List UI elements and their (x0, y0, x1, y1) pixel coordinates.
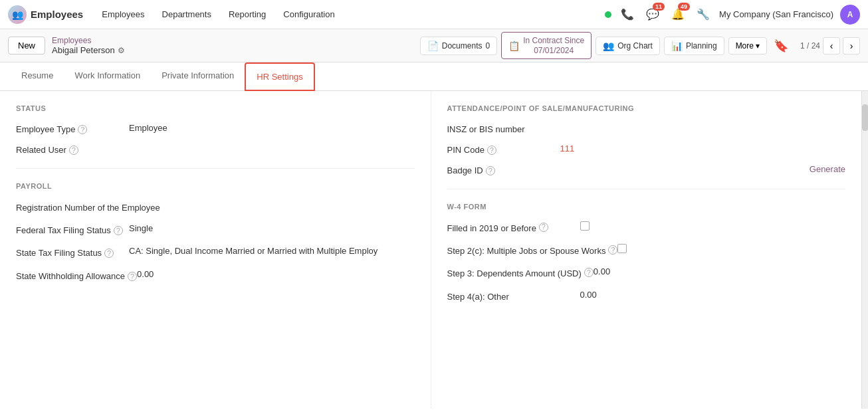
nav-employees[interactable]: Employees (94, 5, 152, 23)
step2c-help-icon[interactable]: ? (608, 245, 617, 255)
related-user-help-icon[interactable]: ? (69, 146, 78, 155)
state-withholding-value[interactable]: 0.00 (137, 269, 414, 279)
top-nav: 👥 Employees Employees Departments Report… (0, 0, 868, 29)
state-tax-value[interactable]: CA: Single, Dual Income Married or Marri… (129, 246, 381, 256)
prev-button[interactable]: ‹ (823, 37, 840, 54)
pin-label: PIN Code ? (447, 144, 560, 155)
federal-tax-value[interactable]: Single (129, 223, 415, 233)
employee-type-value[interactable]: Employee (129, 123, 415, 133)
employee-type-label: Employee Type ? (16, 123, 129, 134)
breadcrumb: Employees Abigail Peterson ⚙ (52, 36, 125, 55)
pin-value[interactable]: 111 (560, 144, 846, 154)
filled-2019-label: Filled in 2019 or Before ? (447, 221, 580, 235)
scrollbar-thumb[interactable] (862, 104, 868, 131)
payroll-section-title: PAYROLL (16, 182, 415, 190)
contract-button[interactable]: 📋 In Contract Since 07/01/2024 (501, 32, 592, 59)
filled-2019-checkbox[interactable] (580, 221, 590, 231)
bookmark-icon[interactable]: 🔖 (774, 39, 788, 53)
next-button[interactable]: › (843, 37, 860, 54)
nav-reporting[interactable]: Reporting (221, 5, 274, 23)
pin-help-icon[interactable]: ? (487, 146, 496, 155)
contract-label: In Contract Since (523, 36, 584, 45)
badge-group: Badge ID ? Generate (447, 164, 846, 175)
state-tax-help-icon[interactable]: ? (104, 249, 114, 258)
reg-number-label: Registration Number of the Employee (16, 201, 160, 214)
federal-tax-label: Federal Tax Filing Status ? (16, 223, 129, 237)
employee-type-group: Employee Type ? Employee (16, 123, 415, 134)
nav-departments[interactable]: Departments (154, 5, 219, 23)
phone-icon-btn[interactable]: 📞 (618, 5, 637, 24)
breadcrumb-current: Abigail Peterson ⚙ (52, 45, 125, 55)
pin-group: PIN Code ? 111 (447, 144, 846, 155)
nav-menu: Employees Departments Reporting Configur… (94, 5, 605, 23)
step2c-group: Step 2(c): Multiple Jobs or Spouse Works… (447, 244, 846, 257)
right-panel: ATTENDANCE/POINT OF SALE/MANUFACTURING I… (431, 91, 862, 409)
pager: 1 / 24 ‹ › (800, 37, 860, 54)
more-chevron-icon: ▾ (756, 41, 760, 51)
planning-label: Planning (686, 41, 717, 51)
new-button[interactable]: New (8, 37, 45, 54)
nav-configuration[interactable]: Configuration (275, 5, 342, 23)
tab-work-information[interactable]: Work Information (64, 62, 151, 91)
scrollbar[interactable] (861, 91, 868, 409)
contract-date: 07/01/2024 (523, 46, 584, 55)
pager-text: 1 / 24 (800, 41, 820, 51)
breadcrumb-parent[interactable]: Employees (52, 36, 125, 45)
more-label: More (736, 41, 754, 51)
step4a-value[interactable]: 0.00 (580, 290, 846, 300)
toolbar: New Employees Abigail Peterson ⚙ 📄 Docum… (0, 29, 868, 62)
reg-number-group: Registration Number of the Employee (16, 201, 415, 214)
org-chart-button[interactable]: 👥 Org Chart (596, 37, 660, 55)
step2c-label: Step 2(c): Multiple Jobs or Spouse Works… (447, 244, 618, 257)
settings-icon-btn[interactable]: 🔧 (694, 5, 712, 24)
app-logo[interactable]: 👥 Employees (8, 5, 83, 24)
contract-icon: 📋 (508, 41, 520, 51)
step3-group: Step 3: Dependents Amount (USD) ? 0.00 (447, 266, 846, 280)
state-withholding-help-icon[interactable]: ? (128, 272, 137, 281)
org-chart-icon: 👥 (603, 41, 614, 51)
generate-link[interactable]: Generate (810, 164, 845, 174)
record-settings-icon[interactable]: ⚙ (118, 46, 125, 55)
tab-private-information[interactable]: Private Information (151, 62, 245, 91)
insz-group: INSZ or BIS number (447, 123, 846, 134)
tabs-bar: Resume Work Information Private Informat… (0, 62, 868, 91)
online-status-dot (605, 11, 611, 18)
toolbar-actions: 📄 Documents 0 📋 In Contract Since 07/01/… (420, 32, 860, 59)
current-record-name: Abigail Peterson (52, 45, 115, 55)
chat-icon-btn[interactable]: 💬 11 (643, 5, 662, 24)
step3-help-icon[interactable]: ? (584, 268, 594, 277)
chat-badge: 11 (653, 3, 665, 11)
status-section-title: STATUS (16, 104, 415, 112)
filled-2019-help-icon[interactable]: ? (539, 223, 548, 232)
left-panel: STATUS Employee Type ? Employee Related … (0, 91, 431, 409)
insz-label: INSZ or BIS number (447, 123, 560, 134)
step4a-label: Step 4(a): Other (447, 290, 580, 303)
documents-button[interactable]: 📄 Documents 0 (420, 37, 497, 55)
planning-button[interactable]: 📊 Planning (664, 37, 724, 55)
org-chart-label: Org Chart (617, 41, 653, 51)
logo-icon: 👥 (8, 5, 27, 24)
federal-tax-help-icon[interactable]: ? (114, 226, 123, 235)
more-button[interactable]: More ▾ (728, 37, 767, 54)
step3-value[interactable]: 0.00 (594, 266, 845, 276)
tab-hr-settings[interactable]: HR Settings (245, 62, 314, 91)
company-name: My Company (San Francisco) (719, 9, 833, 19)
state-withholding-group: State Withholding Allowance ? 0.00 (16, 269, 415, 282)
federal-tax-group: Federal Tax Filing Status ? Single (16, 223, 415, 237)
nav-right: 📞 💬 11 🔔 49 🔧 My Company (San Francisco)… (605, 5, 860, 25)
left-divider-1 (16, 168, 415, 169)
badge-label: Badge ID ? (447, 164, 560, 175)
activity-icon-btn[interactable]: 🔔 49 (669, 5, 687, 24)
filled-2019-group: Filled in 2019 or Before ? (447, 221, 846, 235)
state-tax-label: State Tax Filing Status ? (16, 246, 129, 259)
employee-type-help-icon[interactable]: ? (78, 125, 87, 134)
documents-count: 0 (485, 41, 490, 51)
badge-help-icon[interactable]: ? (486, 166, 495, 175)
related-user-group: Related User ? (16, 144, 415, 155)
activity-badge: 49 (678, 3, 690, 11)
planning-icon: 📊 (671, 41, 683, 51)
main-content: STATUS Employee Type ? Employee Related … (0, 91, 868, 409)
step2c-checkbox[interactable] (617, 244, 627, 253)
user-avatar[interactable]: A (840, 5, 860, 25)
tab-resume[interactable]: Resume (11, 62, 64, 91)
